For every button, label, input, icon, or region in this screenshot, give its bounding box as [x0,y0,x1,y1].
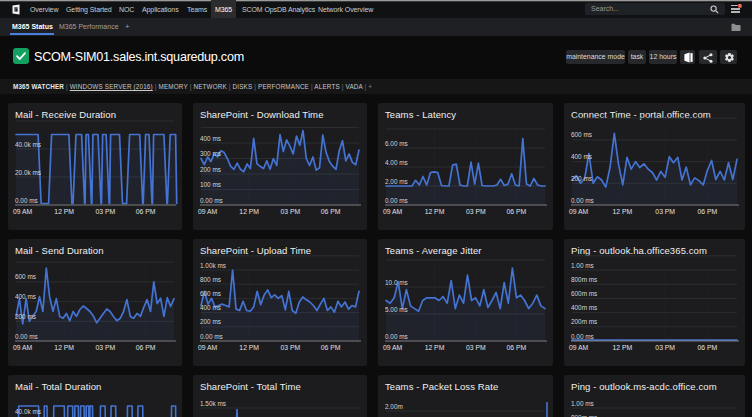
svg-text:09 AM: 09 AM [569,344,589,351]
svg-text:09 AM: 09 AM [13,208,33,215]
svg-text:09 AM: 09 AM [198,344,218,351]
svg-text:06 PM: 06 PM [507,208,527,215]
svg-text:09 AM: 09 AM [13,344,33,351]
svg-text:200 ms: 200 ms [15,313,36,320]
svg-text:10.0 ms: 10.0 ms [385,279,408,286]
svg-text:100 ms: 100 ms [200,181,221,188]
svg-text:4.00 ms: 4.00 ms [385,159,408,166]
svg-text:400 ms: 400 ms [15,293,36,300]
svg-text:2.00 ms: 2.00 ms [385,178,408,185]
svg-text:1.50k ms: 1.50k ms [200,400,226,407]
svg-text:400 ms: 400 ms [200,135,221,142]
svg-text:400 ms: 400 ms [200,304,221,311]
svg-text:03 PM: 03 PM [655,208,675,215]
svg-text:0.00 ms: 0.00 ms [385,197,408,204]
svg-text:03 PM: 03 PM [95,344,115,351]
svg-text:400m ms: 400m ms [571,304,597,311]
svg-text:600 ms: 600 ms [200,290,221,297]
svg-text:06 PM: 06 PM [697,208,717,215]
svg-text:12 PM: 12 PM [425,344,445,351]
svg-text:06 PM: 06 PM [136,208,156,215]
svg-text:6.00 ms: 6.00 ms [385,140,408,147]
svg-text:1.00k ms: 1.00k ms [200,262,226,269]
svg-text:12 PM: 12 PM [239,344,259,351]
svg-text:03 PM: 03 PM [466,208,486,215]
svg-text:09 AM: 09 AM [569,208,589,215]
svg-text:0.00 ms: 0.00 ms [385,333,408,340]
svg-text:12 PM: 12 PM [54,344,74,351]
svg-text:06 PM: 06 PM [697,344,717,351]
svg-text:06 PM: 06 PM [321,208,341,215]
svg-text:0.00 ms: 0.00 ms [571,197,594,204]
svg-text:03 PM: 03 PM [655,344,675,351]
svg-text:40.0k ms: 40.0k ms [15,141,41,148]
svg-text:09 AM: 09 AM [383,208,403,215]
svg-text:12 PM: 12 PM [239,208,259,215]
svg-text:12 PM: 12 PM [612,344,632,351]
svg-text:600 ms: 600 ms [15,273,36,280]
svg-text:800 ms: 800 ms [200,276,221,283]
svg-text:03 PM: 03 PM [280,208,300,215]
svg-text:1.00 ms: 1.00 ms [571,400,594,407]
svg-text:0.00 ms: 0.00 ms [200,333,223,340]
svg-text:5.00 ms: 5.00 ms [385,306,408,313]
svg-text:06 PM: 06 PM [136,344,156,351]
svg-text:400 ms: 400 ms [571,153,592,160]
svg-text:0.00 ms: 0.00 ms [15,333,38,340]
svg-text:0.00 ms: 0.00 ms [200,197,223,204]
svg-text:20.0k ms: 20.0k ms [15,169,41,176]
svg-text:12 PM: 12 PM [425,208,445,215]
svg-text:200 ms: 200 ms [571,175,592,182]
svg-text:800m ms: 800m ms [571,276,597,283]
svg-text:40.0k ms: 40.0k ms [15,408,41,415]
svg-text:09 AM: 09 AM [383,344,403,351]
svg-text:09 AM: 09 AM [198,208,218,215]
svg-text:12 PM: 12 PM [54,208,74,215]
svg-text:0.00 ms: 0.00 ms [15,197,38,204]
svg-text:06 PM: 06 PM [507,344,527,351]
svg-text:300 ms: 300 ms [200,150,221,157]
svg-text:200 ms: 200 ms [200,318,221,325]
svg-text:200m ms: 200m ms [571,318,597,325]
svg-text:06 PM: 06 PM [321,344,341,351]
svg-text:0.00 ms: 0.00 ms [571,333,594,340]
svg-text:03 PM: 03 PM [466,344,486,351]
svg-text:200 ms: 200 ms [200,166,221,173]
svg-text:12 PM: 12 PM [612,208,632,215]
svg-text:600m ms: 600m ms [571,290,597,297]
svg-text:03 PM: 03 PM [95,208,115,215]
svg-text:1.00 ms: 1.00 ms [571,262,594,269]
svg-text:2.00m: 2.00m [385,403,403,410]
svg-text:03 PM: 03 PM [280,344,300,351]
svg-text:600 ms: 600 ms [571,131,592,138]
